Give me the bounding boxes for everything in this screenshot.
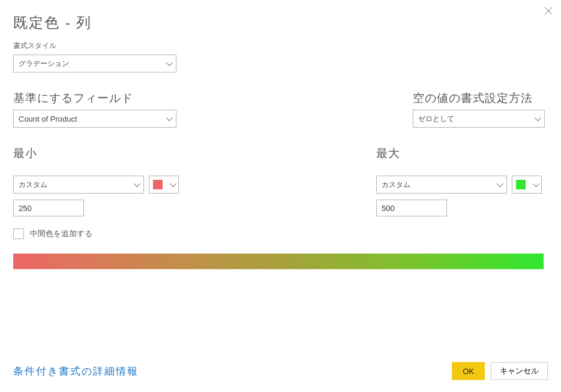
format-style-dropdown[interactable]: グラデーション: [13, 55, 176, 73]
maximum-color-picker[interactable]: [512, 176, 542, 194]
add-middle-color-checkbox[interactable]: [13, 228, 24, 239]
chevron-down-icon: [166, 59, 173, 66]
minimum-label: 最小: [13, 146, 179, 161]
cancel-button[interactable]: キャンセル: [491, 362, 548, 380]
conditional-formatting-link[interactable]: 条件付き書式の詳細情報: [13, 364, 139, 378]
format-style-label: 書式スタイル: [13, 41, 548, 51]
maximum-value-input[interactable]: [376, 200, 447, 216]
chevron-down-icon: [170, 180, 176, 187]
minimum-color-picker[interactable]: [149, 176, 179, 194]
gradient-preview: [13, 254, 544, 269]
maximum-type-dropdown[interactable]: カスタム: [376, 176, 507, 194]
minimum-value-input[interactable]: [13, 200, 84, 216]
base-field-label: 基準にするフィールド: [13, 91, 176, 106]
empty-format-label: 空の値の書式設定方法: [413, 91, 548, 106]
minimum-type-dropdown[interactable]: カスタム: [13, 176, 144, 194]
chevron-down-icon: [134, 180, 140, 187]
empty-format-value: ゼロとして: [418, 114, 454, 124]
dialog-title: 既定色 - 列: [13, 13, 548, 32]
chevron-down-icon: [533, 180, 539, 187]
chevron-down-icon: [166, 114, 173, 121]
close-icon[interactable]: [544, 5, 553, 17]
format-style-value: グラデーション: [19, 59, 69, 69]
base-field-value: Count of Product: [19, 114, 77, 123]
ok-button[interactable]: OK: [452, 362, 485, 380]
minimum-color-swatch: [153, 180, 163, 189]
chevron-down-icon: [535, 114, 541, 121]
maximum-label: 最大: [376, 146, 548, 161]
maximum-color-swatch: [516, 180, 526, 189]
empty-format-dropdown[interactable]: ゼロとして: [413, 110, 545, 128]
chevron-down-icon: [497, 180, 503, 187]
maximum-type-value: カスタム: [382, 180, 410, 190]
add-middle-color-label: 中間色を追加する: [30, 228, 92, 239]
minimum-type-value: カスタム: [19, 180, 47, 190]
base-field-dropdown[interactable]: Count of Product: [13, 110, 176, 128]
